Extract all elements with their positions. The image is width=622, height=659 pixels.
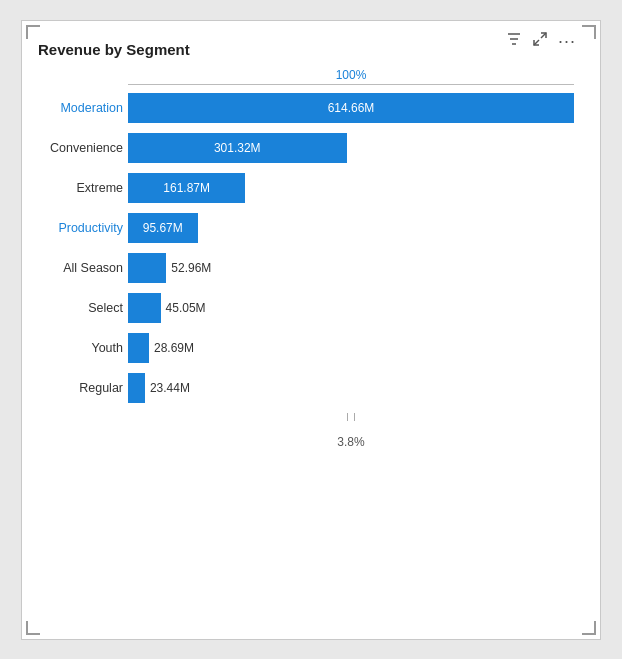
bottom-axis xyxy=(128,413,574,431)
bar-container: 23.44M xyxy=(128,373,574,403)
bar-label: Regular xyxy=(38,381,123,395)
toolbar: ··· xyxy=(506,31,576,52)
bar-fill xyxy=(128,253,166,283)
expand-icon[interactable] xyxy=(532,31,548,51)
bar-fill: 161.87M xyxy=(128,173,245,203)
bar-row: Convenience301.32M xyxy=(128,133,574,163)
bar-label: Productivity xyxy=(38,221,123,235)
bar-value-label: 28.69M xyxy=(154,341,194,355)
bar-container: 161.87M xyxy=(128,173,574,203)
more-options-icon[interactable]: ··· xyxy=(558,31,576,52)
bar-label: Extreme xyxy=(38,181,123,195)
bar-row: Regular23.44M xyxy=(128,373,574,403)
bar-fill: 301.32M xyxy=(128,133,347,163)
bar-container: 52.96M xyxy=(128,253,574,283)
bars-container: Moderation614.66MConvenience301.32MExtre… xyxy=(128,93,574,403)
bar-row: Moderation614.66M xyxy=(128,93,574,123)
bar-row: Youth28.69M xyxy=(128,333,574,363)
bar-label: Moderation xyxy=(38,101,123,115)
bar-label: Select xyxy=(38,301,123,315)
axis-line-top xyxy=(128,84,574,85)
bar-container: 301.32M xyxy=(128,133,574,163)
corner-bl xyxy=(26,621,40,635)
bar-container: 95.67M xyxy=(128,213,574,243)
revenue-chart-card: ··· Revenue by Segment 100% Moderation61… xyxy=(21,20,601,640)
bar-row: Select45.05M xyxy=(128,293,574,323)
filter-icon[interactable] xyxy=(506,31,522,51)
bar-container: 614.66M xyxy=(128,93,574,123)
bar-label: Youth xyxy=(38,341,123,355)
bar-row: All Season52.96M xyxy=(128,253,574,283)
bar-value-label: 23.44M xyxy=(150,381,190,395)
bar-container: 28.69M xyxy=(128,333,574,363)
bar-row: Productivity95.67M xyxy=(128,213,574,243)
bottom-percent-label: 3.8% xyxy=(128,435,574,449)
bar-row: Extreme161.87M xyxy=(128,173,574,203)
chart-area: 100% Moderation614.66MConvenience301.32M… xyxy=(38,68,584,449)
bar-fill xyxy=(128,373,145,403)
bar-fill xyxy=(128,293,161,323)
bar-value-label: 52.96M xyxy=(171,261,211,275)
corner-br xyxy=(582,621,596,635)
bar-container: 45.05M xyxy=(128,293,574,323)
corner-tl xyxy=(26,25,40,39)
bar-fill: 95.67M xyxy=(128,213,198,243)
bar-fill xyxy=(128,333,149,363)
bar-label: Convenience xyxy=(38,141,123,155)
bar-label: All Season xyxy=(38,261,123,275)
corner-tr xyxy=(582,25,596,39)
top-percent-label: 100% xyxy=(128,68,574,82)
bar-value-label: 45.05M xyxy=(166,301,206,315)
chart-title: Revenue by Segment xyxy=(38,41,584,58)
bar-fill: 614.66M xyxy=(128,93,574,123)
